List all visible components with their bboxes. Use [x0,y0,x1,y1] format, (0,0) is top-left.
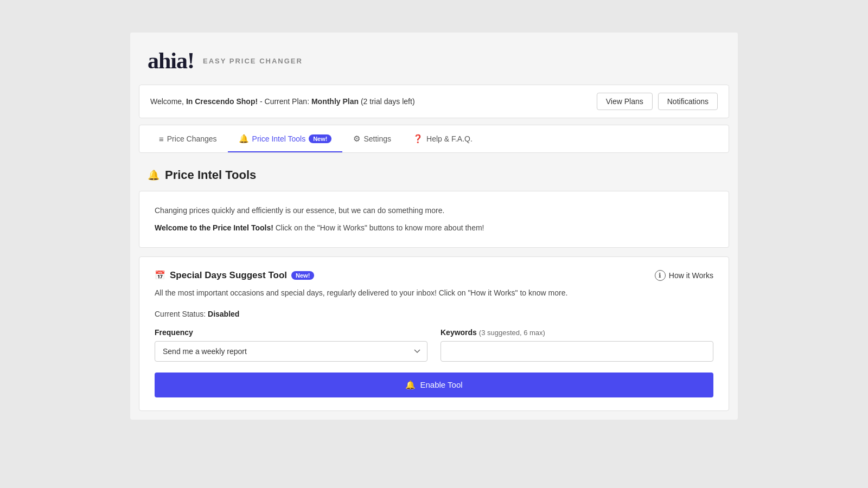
logo: ahia! [148,48,194,74]
form-row: Frequency Send me a weekly report Send m… [155,328,713,362]
page-title-icon: 🔔 [148,169,159,181]
plan-name: Monthly Plan [311,97,359,106]
plan-prefix: - Current Plan: [260,97,309,106]
tab-help-label: Help & F.A.Q. [426,134,473,143]
keywords-label: Keywords (3 suggested, 6 max) [441,328,713,337]
tool-title-area: 📅 Special Days Suggest Tool New! [155,270,314,281]
shop-name: In Crescendo Shop! [186,97,258,106]
page-title: Price Intel Tools [165,168,256,182]
how-it-works-icon: ℹ [655,270,666,281]
frequency-group: Frequency Send me a weekly report Send m… [155,328,427,362]
tab-help-faq[interactable]: ❓ Help & F.A.Q. [402,125,483,152]
tool-title: Special Days Suggest Tool [170,270,287,281]
tool-badge: New! [291,271,314,280]
info-line1: Changing prices quickly and efficiently … [155,204,713,216]
tagline: EASY PRICE CHANGER [203,57,303,65]
tab-settings-label: Settings [363,134,391,143]
welcome-prefix: Welcome, [150,97,184,106]
tool-calendar-icon: 📅 [155,270,165,280]
tab-price-intel-tools[interactable]: 🔔 Price Intel Tools New! [228,125,343,152]
info-rest: Click on the "How it Works" buttons to k… [276,223,484,232]
price-intel-icon: 🔔 [239,134,249,144]
settings-icon: ⚙ [353,134,360,144]
notifications-button[interactable]: Notifications [658,93,718,110]
info-line2: Welcome to the Price Intel Tools! Click … [155,222,713,234]
status-value: Disabled [208,310,239,318]
help-icon: ❓ [413,134,423,144]
tab-price-changes-label: Price Changes [167,134,217,143]
how-it-works-label: How it Works [669,271,713,280]
keywords-input[interactable] [441,341,713,362]
keywords-note: (3 suggested, 6 max) [479,329,545,337]
price-intel-badge: New! [309,134,331,143]
enable-tool-label: Enable Tool [420,380,462,389]
enable-tool-icon: 🔔 [405,380,416,390]
main-container: ahia! EASY PRICE CHANGER Welcome, In Cre… [130,33,738,420]
how-it-works-button[interactable]: ℹ How it Works [655,270,713,281]
frequency-select[interactable]: Send me a weekly report Send me a monthl… [155,341,427,362]
header: ahia! EASY PRICE CHANGER [130,33,738,85]
info-card: Changing prices quickly and efficiently … [139,191,729,248]
welcome-text: Welcome, In Crescendo Shop! - Current Pl… [150,97,415,106]
tool-card: 📅 Special Days Suggest Tool New! ℹ How i… [139,256,729,411]
tab-settings[interactable]: ⚙ Settings [342,125,402,152]
keywords-group: Keywords (3 suggested, 6 max) [441,328,713,362]
welcome-actions: View Plans Notifications [597,93,718,110]
tool-card-header: 📅 Special Days Suggest Tool New! ℹ How i… [155,270,713,281]
view-plans-button[interactable]: View Plans [597,93,653,110]
frequency-label: Frequency [155,328,427,337]
tab-price-changes[interactable]: ≡ Price Changes [148,126,228,152]
tab-price-intel-label: Price Intel Tools [252,134,306,143]
current-status: Current Status: Disabled [155,310,713,318]
info-bold: Welcome to the Price Intel Tools! [155,223,273,232]
page-title-section: 🔔 Price Intel Tools [130,153,738,191]
status-label: Current Status: [155,310,206,318]
nav-tabs: ≡ Price Changes 🔔 Price Intel Tools New!… [139,125,729,153]
welcome-bar: Welcome, In Crescendo Shop! - Current Pl… [139,85,729,118]
tool-description: All the most important occasions and spe… [155,287,713,299]
price-changes-icon: ≡ [159,134,164,144]
enable-tool-button[interactable]: 🔔 Enable Tool [155,373,713,397]
trial-text: (2 trial days left) [361,97,415,106]
